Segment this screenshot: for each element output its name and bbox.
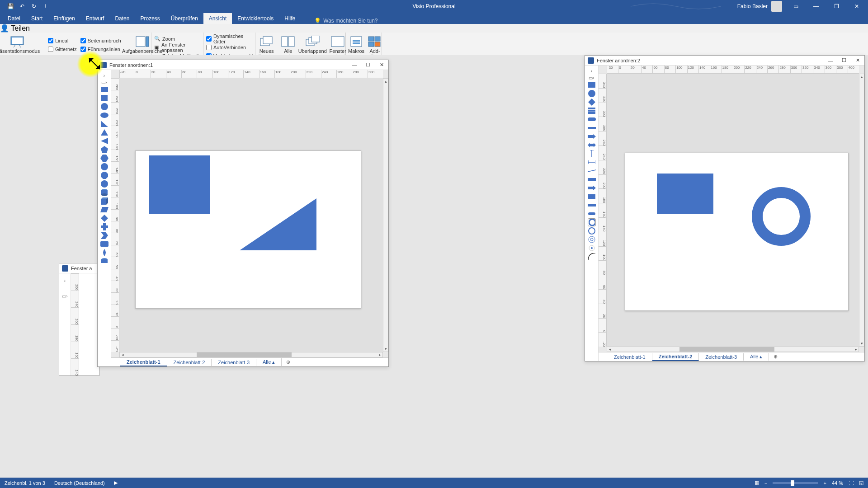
shape-circle2[interactable]: [100, 180, 108, 188]
view-presentation-icon[interactable]: ▦: [755, 480, 759, 486]
shape-bracket-h[interactable]: [588, 158, 596, 166]
shape-bar-thin[interactable]: [588, 124, 596, 132]
user-account[interactable]: Fabio Basler: [737, 1, 782, 12]
tab-entwicklertools[interactable]: Entwicklertools: [232, 13, 279, 24]
maximize-icon[interactable]: ☐: [361, 60, 375, 70]
scroll-right-icon[interactable]: ▸: [853, 347, 859, 352]
drawn-square[interactable]: [149, 155, 210, 214]
shape-diamond[interactable]: [588, 98, 596, 106]
checkbox-seitenumbruch[interactable]: Seitenumbruch: [80, 37, 121, 44]
sheet-tab-all[interactable]: Alle ▴: [256, 358, 282, 366]
shape-left-triangle[interactable]: [100, 137, 108, 145]
shape-rectangle[interactable]: [100, 85, 108, 94]
tab-ueberpruefen[interactable]: Überprüfen: [165, 13, 203, 24]
child-window-titlebar[interactable]: Fenster anordnen:2 — ☐ ✕: [585, 56, 864, 66]
tell-me-search[interactable]: 💡 Was möchten Sie tun?: [314, 18, 377, 24]
checkbox-gitternetz[interactable]: Gitternetz: [48, 45, 77, 53]
shape-octagon[interactable]: [100, 171, 108, 179]
zoom-handle[interactable]: [791, 480, 794, 486]
cascade-button[interactable]: Überlappend: [301, 34, 324, 54]
scroll-left-icon[interactable]: ◂: [120, 352, 125, 357]
shape-bar[interactable]: [588, 175, 596, 183]
child-window-2[interactable]: Fenster anordnen:2 — ☐ ✕ › ▭›: [585, 55, 865, 361]
sheet-tab-3[interactable]: Zeichenblatt-3: [699, 353, 744, 361]
shape-arrow-bi[interactable]: [588, 141, 596, 149]
drawing-canvas[interactable]: [119, 78, 383, 352]
shape-circle[interactable]: [100, 103, 108, 111]
add-sheet-icon[interactable]: ⊕: [769, 353, 782, 361]
zoom-in-icon[interactable]: +: [823, 480, 826, 486]
maximize-icon[interactable]: ☐: [837, 56, 851, 66]
shape-cube[interactable]: [100, 197, 108, 205]
minimize-icon[interactable]: —: [809, 2, 823, 11]
shape-heptagon[interactable]: [100, 163, 108, 171]
sheet-tab-all[interactable]: Alle ▴: [744, 353, 769, 361]
shape-stacked-rect[interactable]: [588, 107, 596, 115]
shape-ring-selected[interactable]: [588, 218, 596, 226]
zoom-level[interactable]: 44 %: [832, 480, 843, 486]
shape-bracket-v[interactable]: [588, 150, 596, 158]
child-window-titlebar[interactable]: Fenster anordnen:1 — ☐ ✕: [98, 60, 388, 70]
scroll-up-icon[interactable]: ▴: [859, 74, 864, 80]
shape-chevron[interactable]: [100, 231, 108, 239]
fullscreen-icon[interactable]: ◱: [859, 480, 863, 486]
scrollbar-vertical[interactable]: ▴ ▾: [383, 78, 388, 352]
shape-triangle[interactable]: [100, 128, 108, 136]
drawing-canvas[interactable]: [607, 74, 859, 347]
shape-pentagon[interactable]: [100, 145, 108, 154]
presentation-mode-button[interactable]: Präsentationsmodus: [3, 34, 32, 54]
sheet-tab-2[interactable]: Zeichenblatt-2: [167, 359, 212, 366]
shape-ellipse[interactable]: [100, 111, 108, 119]
page-indicator[interactable]: Zeichenbl. 1 von 3: [5, 480, 45, 486]
fit-page-icon[interactable]: ⛶: [849, 480, 854, 486]
close-icon[interactable]: ✕: [375, 60, 388, 70]
tab-prozess[interactable]: Prozess: [135, 13, 165, 24]
sheet-tab-2[interactable]: Zeichenblatt-2: [652, 353, 699, 361]
redo-icon[interactable]: ↻: [30, 3, 38, 10]
ribbon-display-options-icon[interactable]: ▭: [789, 2, 802, 11]
language-indicator[interactable]: Deutsch (Deutschland): [54, 480, 105, 486]
scrollbar-horizontal[interactable]: ◂ ▸: [607, 347, 859, 352]
share-button[interactable]: 👤 Teilen: [0, 24, 868, 33]
zoom-button[interactable]: 🔍Zoom: [154, 35, 202, 42]
tab-ansicht[interactable]: Ansicht: [203, 13, 232, 24]
child-window-1[interactable]: Fenster anordnen:1 — ☐ ✕ › ▭›: [97, 60, 389, 367]
tab-einfuegen[interactable]: Einfügen: [48, 13, 80, 24]
add-sheet-icon[interactable]: ⊕: [282, 358, 295, 366]
shape-dot[interactable]: [588, 244, 596, 252]
shape-diamond[interactable]: [100, 214, 108, 222]
scrollbar-horizontal[interactable]: ◂ ▸: [119, 352, 383, 357]
shape-arc[interactable]: [588, 253, 596, 261]
shape-cross[interactable]: [100, 223, 108, 231]
scroll-thumb[interactable]: [197, 352, 292, 357]
scroll-down-icon[interactable]: ▾: [859, 341, 864, 346]
shape-ring-thin[interactable]: [588, 227, 596, 235]
undo-icon[interactable]: ↶: [19, 3, 26, 10]
shape-square[interactable]: [100, 94, 108, 102]
sheet-tab-1[interactable]: Zeichenblatt-1: [608, 353, 652, 361]
scroll-up-icon[interactable]: ▴: [383, 79, 388, 84]
scroll-down-icon[interactable]: ▾: [383, 346, 388, 352]
scrollbar-vertical[interactable]: ▴ ▾: [859, 74, 864, 347]
sheet-tab-3[interactable]: Zeichenblatt-3: [212, 359, 256, 366]
checkbox-dynamisches-gitter[interactable]: Dynamisches Gitter: [206, 35, 256, 42]
sheet-tab-1[interactable]: Zeichenblatt-1: [120, 358, 167, 366]
scroll-left-icon[interactable]: ◂: [607, 347, 613, 352]
close-icon[interactable]: ✕: [851, 56, 864, 66]
shape-parallelogram[interactable]: [100, 206, 108, 214]
tab-start[interactable]: Start: [26, 13, 48, 24]
shape-drop[interactable]: [100, 249, 108, 257]
shape-tool-icon[interactable]: ▭›: [589, 75, 594, 80]
tab-datei[interactable]: Datei: [2, 13, 26, 24]
shape-arrow-thick[interactable]: [588, 184, 596, 192]
tab-entwurf[interactable]: Entwurf: [80, 13, 110, 24]
shape-rectangle[interactable]: [588, 81, 596, 89]
tab-hilfe[interactable]: Hilfe: [279, 13, 301, 24]
tab-daten[interactable]: Daten: [109, 13, 135, 24]
shape-right-triangle[interactable]: [100, 120, 108, 128]
shape-cylinder[interactable]: [100, 188, 108, 197]
shape-rounded-rect[interactable]: [100, 240, 108, 248]
checkbox-autoverbinden[interactable]: AutoVerbinden: [206, 43, 256, 51]
shape-rect-small[interactable]: [588, 192, 596, 201]
shape-tool-icon[interactable]: ▭›: [62, 294, 67, 299]
